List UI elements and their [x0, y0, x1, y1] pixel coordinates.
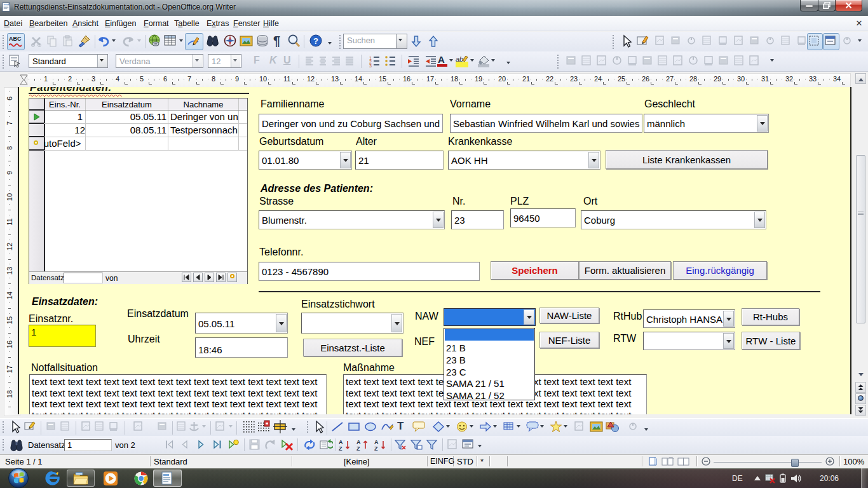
svg-text:Z: Z	[339, 445, 342, 451]
svg-text:Z: Z	[356, 445, 360, 451]
svg-text:A: A	[339, 439, 343, 445]
svg-text:Z: Z	[374, 445, 378, 451]
svg-text:A: A	[374, 439, 379, 445]
svg-text:ab: ab	[456, 55, 463, 63]
svg-text:3: 3	[369, 64, 372, 67]
svg-text:A: A	[356, 439, 361, 445]
svg-text:?: ?	[313, 36, 318, 46]
